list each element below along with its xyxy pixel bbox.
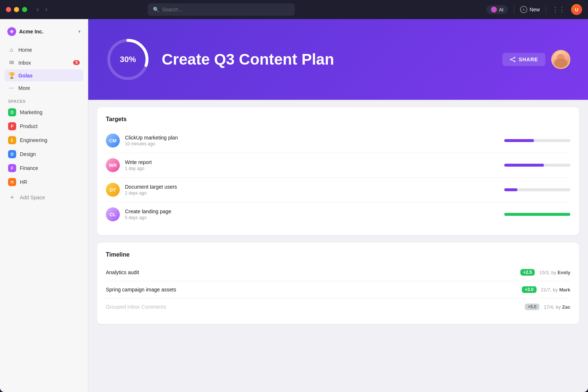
- sidebar-item-inbox[interactable]: ✉ Inbox 9: [4, 57, 83, 69]
- target-time: 1 day ago: [125, 166, 499, 171]
- timeline-meta: 21/7, by Mark: [541, 287, 570, 293]
- sidebar-item-design[interactable]: D Design: [4, 148, 83, 161]
- timeline-title: Timeline: [106, 251, 570, 258]
- target-time: 2 days ago: [125, 190, 499, 196]
- progress-bar: [504, 188, 570, 191]
- goal-title: Create Q3 Content Plan: [162, 51, 491, 68]
- divider: [514, 5, 514, 14]
- workspace-name[interactable]: Acme Inc. ▾: [4, 25, 83, 38]
- space-icon-engineering: E: [8, 136, 16, 144]
- table-row: CM ClickUp marketing plan 10 minutes ago: [106, 128, 570, 153]
- progress-bar: [504, 139, 570, 142]
- target-info: Create landing page 5 days ago: [125, 208, 499, 220]
- timeline-tag: +3.0: [522, 286, 537, 293]
- targets-title: Targets: [106, 116, 570, 123]
- space-label-product: Product: [20, 123, 37, 129]
- timeline-by: by: [556, 304, 561, 310]
- space-icon-finance: F: [8, 164, 16, 172]
- timeline-tag: +2.5: [520, 269, 535, 276]
- svg-point-2: [514, 57, 515, 58]
- target-info: ClickUp marketing plan 10 minutes ago: [125, 135, 499, 146]
- forward-button[interactable]: ›: [43, 6, 49, 14]
- ai-label: AI: [499, 7, 503, 12]
- ai-icon: [491, 7, 497, 12]
- inbox-icon: ✉: [8, 59, 15, 66]
- goals-icon: 🏆: [8, 72, 15, 79]
- progress-fill: [504, 139, 534, 142]
- sidebar-item-hr[interactable]: H HR: [4, 175, 83, 189]
- user-avatar-header[interactable]: [551, 50, 570, 69]
- avatar: WR: [106, 158, 120, 172]
- progress-bar: [504, 213, 570, 216]
- list-item: Analytics audit +2.5 15/3, by Emily: [106, 264, 570, 281]
- goal-header: 30% Create Q3 Content Plan SHARE: [88, 19, 588, 100]
- new-label: New: [530, 7, 540, 12]
- avatar: DT: [106, 183, 120, 197]
- search-input[interactable]: [162, 7, 290, 12]
- timeline-person: Mark: [559, 287, 570, 293]
- progress-percent: 30%: [120, 55, 136, 64]
- timeline-item-name: Grouped Inbox Comments: [106, 304, 520, 310]
- sidebar-item-label: More: [18, 85, 30, 91]
- table-row: WR Write report 1 day ago: [106, 153, 570, 178]
- svg-point-4: [514, 61, 515, 62]
- chevron-down-icon: ▾: [78, 29, 80, 34]
- sidebar-item-label: Golas: [18, 73, 33, 79]
- workspace-icon: [7, 27, 16, 36]
- timeline-date: 17/4,: [544, 304, 555, 310]
- sidebar-item-product[interactable]: P Product: [4, 120, 83, 133]
- user-avatar[interactable]: U: [571, 4, 582, 15]
- workspace-label: Acme Inc.: [19, 29, 75, 35]
- sidebar-item-goals[interactable]: 🏆 Golas: [4, 69, 83, 81]
- space-label-hr: HR: [20, 179, 27, 185]
- timeline-date: 15/3,: [539, 270, 550, 275]
- sidebar-item-label: Inbox: [18, 60, 31, 66]
- table-row: DT Document target users 2 days ago: [106, 178, 570, 202]
- space-icon-hr: H: [8, 178, 16, 186]
- space-icon-marketing: D: [8, 108, 16, 116]
- sidebar-item-home[interactable]: ⌂ Home: [4, 44, 83, 56]
- timeline-tag: +5.0: [525, 304, 539, 310]
- sidebar-item-finance[interactable]: F Finance: [4, 161, 83, 175]
- timeline-by: by: [553, 287, 558, 293]
- target-info: Write report 1 day ago: [125, 159, 499, 171]
- add-space-button[interactable]: + Add Space: [4, 191, 83, 204]
- search-bar[interactable]: 🔍: [148, 3, 295, 16]
- target-time: 5 days ago: [125, 215, 499, 220]
- timeline-meta: 17/4, by Zac: [544, 304, 570, 310]
- progress-fill: [504, 213, 570, 216]
- grid-icon[interactable]: ⋮⋮: [552, 6, 565, 14]
- ai-button[interactable]: AI: [487, 5, 508, 14]
- progress-fill: [504, 164, 544, 167]
- sidebar-item-marketing[interactable]: D Marketing: [4, 106, 83, 119]
- target-name: Write report: [125, 159, 499, 165]
- target-name: Document target users: [125, 184, 499, 190]
- minimize-button[interactable]: [14, 7, 19, 12]
- space-icon-product: P: [8, 122, 16, 130]
- header-actions: SHARE: [502, 50, 570, 69]
- sidebar-item-more[interactable]: ··· More: [4, 82, 83, 94]
- svg-point-3: [510, 59, 512, 60]
- share-button[interactable]: SHARE: [502, 53, 545, 66]
- maximize-button[interactable]: [22, 7, 27, 12]
- divider2: [546, 5, 546, 14]
- more-icon: ···: [8, 85, 15, 91]
- svg-line-6: [512, 60, 514, 61]
- space-label-finance: Finance: [20, 165, 38, 171]
- share-icon: [510, 57, 516, 62]
- inbox-badge: 9: [73, 60, 80, 65]
- space-icon-design: D: [8, 150, 16, 158]
- spaces-section-label: Spaces: [4, 95, 83, 106]
- sidebar: Acme Inc. ▾ ⌂ Home ✉ Inbox 9 🏆 Golas ···…: [0, 19, 88, 392]
- svg-line-5: [512, 58, 514, 59]
- timeline-date: 21/7,: [541, 287, 552, 293]
- progress-ring: 30%: [106, 37, 150, 81]
- avatar: CL: [106, 207, 120, 221]
- new-button[interactable]: + New: [520, 6, 540, 13]
- home-icon: ⌂: [8, 47, 15, 53]
- targets-card: Targets CM ClickUp marketing plan 10 min…: [97, 107, 579, 235]
- back-button[interactable]: ‹: [35, 6, 41, 14]
- sidebar-item-engineering[interactable]: E Engineering: [4, 134, 83, 147]
- timeline-person: Emily: [557, 270, 570, 275]
- close-button[interactable]: [6, 7, 11, 12]
